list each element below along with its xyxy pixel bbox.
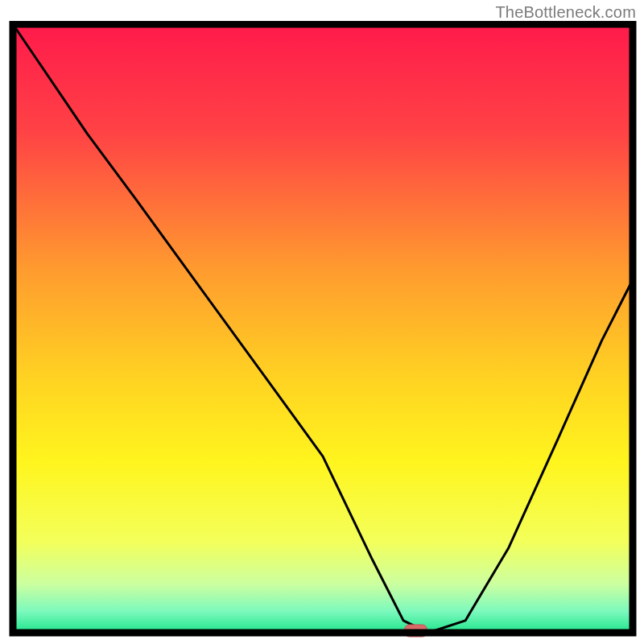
plot-background xyxy=(13,24,633,633)
attribution-label: TheBottleneck.com xyxy=(495,3,636,22)
bottleneck-chart xyxy=(5,21,639,641)
